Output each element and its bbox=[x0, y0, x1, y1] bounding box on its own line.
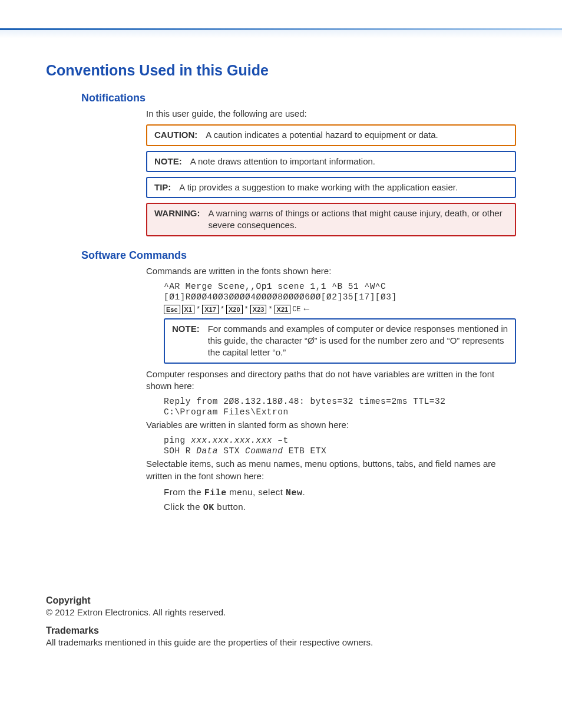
note-callout: NOTE: A note draws attention to importan… bbox=[146, 151, 516, 172]
selectable-intro: Selectable items, such as menu names, me… bbox=[146, 458, 510, 482]
keycap-x17: X17 bbox=[202, 305, 219, 314]
notifications-intro: In this user guide, the following are us… bbox=[146, 108, 516, 120]
response-line-1: Reply from 2Ø8.132.18Ø.48: bytes=32 time… bbox=[164, 397, 516, 406]
keycap-x20: X20 bbox=[226, 305, 243, 314]
sel2c: button. bbox=[214, 502, 246, 512]
response-intro: Computer responses and directory paths t… bbox=[146, 368, 510, 393]
variables-line-1: ping xxx.xxx.xxx.xxx –t bbox=[164, 436, 516, 445]
note-text: A note draws attention to important info… bbox=[190, 156, 375, 167]
sel1b: File bbox=[204, 488, 227, 498]
var1b: xxx.xxx.xxx.xxx bbox=[191, 436, 272, 445]
copyright-text: © 2012 Extron Electronics. All rights re… bbox=[46, 607, 516, 617]
command-example-2: [Ø1]RØØØ4ØØ3ØØØØ4ØØØØ8ØØØØ6ØØ[Ø2]35[17][… bbox=[164, 292, 516, 302]
caution-label: CAUTION: bbox=[154, 129, 197, 141]
response-line-2: C:\Program Files\Extron bbox=[164, 407, 516, 417]
sel1e: . bbox=[303, 487, 306, 497]
software-note-callout: NOTE: For commands and examples of compu… bbox=[164, 318, 516, 364]
keycap-x1: X1 bbox=[182, 305, 194, 314]
note-label: NOTE: bbox=[154, 156, 182, 167]
sel1d: New bbox=[286, 488, 303, 498]
keycap-sep: * bbox=[244, 305, 249, 314]
sel1c: menu, select bbox=[227, 487, 286, 497]
var2a: SOH R bbox=[164, 446, 196, 456]
tip-callout: TIP: A tip provides a suggestion to make… bbox=[146, 177, 516, 198]
sel1a: From the bbox=[164, 487, 204, 497]
keycap-sep: * bbox=[268, 305, 272, 314]
sel2b: OK bbox=[203, 503, 214, 513]
keycap-sep: * bbox=[220, 305, 224, 314]
var1a: ping bbox=[164, 436, 191, 445]
section-software-heading: Software Commands bbox=[81, 249, 516, 262]
page-title: Conventions Used in this Guide bbox=[46, 62, 516, 79]
selectable-line-2: Click the OK button. bbox=[164, 502, 516, 513]
var1c: –t bbox=[272, 436, 289, 445]
keycap-x21: X21 bbox=[275, 305, 291, 314]
software-note-text: For commands and examples of computer or… bbox=[208, 323, 509, 359]
command-keycap-row: Esc X1 * X17 * X20 * X23 * X21 CE ← bbox=[164, 304, 516, 315]
variables-intro: Variables are written in slanted form as… bbox=[146, 419, 516, 431]
sel2a: Click the bbox=[164, 502, 203, 512]
caution-callout: CAUTION: A caution indicates a potential… bbox=[146, 124, 516, 146]
footer-block: Copyright © 2012 Extron Electronics. All… bbox=[46, 595, 516, 647]
keycap-ce: CE bbox=[292, 305, 300, 314]
var2e: ETB ETX bbox=[283, 446, 326, 456]
var2c: STX bbox=[218, 446, 245, 456]
software-note-label: NOTE: bbox=[172, 323, 200, 359]
var2d: Command bbox=[245, 446, 283, 456]
page-content: Conventions Used in this Guide Notificat… bbox=[0, 38, 562, 689]
warning-callout: WARNING: A warning warns of things or ac… bbox=[146, 203, 516, 236]
copyright-heading: Copyright bbox=[46, 595, 516, 606]
command-example-1: ^AR Merge Scene,,Op1 scene 1,1 ^B 51 ^W^… bbox=[164, 282, 516, 291]
keycap-sep: * bbox=[196, 305, 200, 314]
keycap-x23: X23 bbox=[250, 305, 267, 314]
var2b: Data bbox=[196, 446, 218, 456]
tip-label: TIP: bbox=[154, 182, 171, 193]
caution-text: A caution indicates a potential hazard t… bbox=[206, 129, 438, 141]
header-fade bbox=[0, 30, 562, 38]
trademarks-text: All trademarks mentioned in this guide a… bbox=[46, 637, 516, 647]
arrow-left-icon: ← bbox=[304, 304, 310, 315]
warning-label: WARNING: bbox=[154, 207, 200, 232]
variables-line-2: SOH R Data STX Command ETB ETX bbox=[164, 446, 516, 456]
selectable-line-1: From the File menu, select New. bbox=[164, 487, 516, 498]
trademarks-heading: Trademarks bbox=[46, 625, 516, 636]
section-notifications-heading: Notifications bbox=[81, 92, 516, 104]
tip-text: A tip provides a suggestion to make work… bbox=[179, 182, 458, 193]
keycap-esc: Esc bbox=[164, 305, 180, 314]
warning-text: A warning warns of things or actions tha… bbox=[209, 207, 510, 232]
software-intro: Commands are written in the fonts shown … bbox=[146, 265, 516, 277]
